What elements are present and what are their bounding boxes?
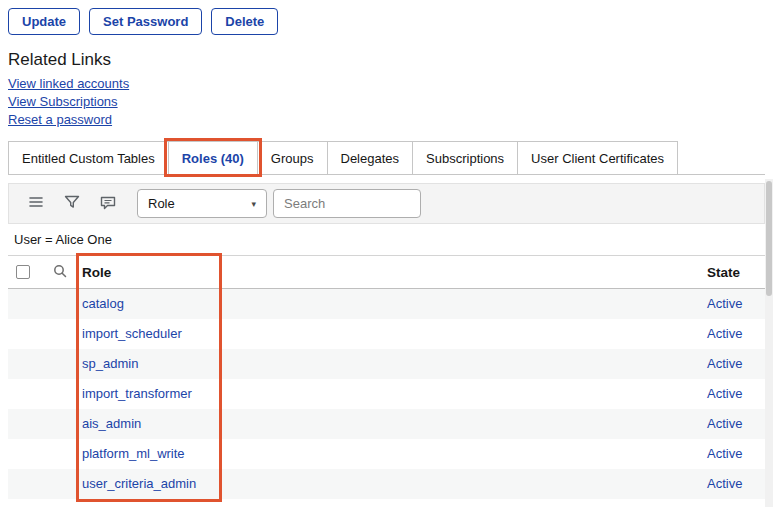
search-icon[interactable] — [52, 267, 68, 282]
servicenow-user-record-page: Update Set Password Delete Related Links… — [0, 0, 773, 507]
role-link[interactable]: ais_admin — [82, 416, 141, 431]
delete-button[interactable]: Delete — [211, 8, 278, 35]
table-row: user_criteria_admin Active — [8, 469, 765, 499]
state-value: Active — [707, 446, 742, 461]
role-link[interactable]: catalog — [82, 296, 124, 311]
tab[interactable]: Roles (40) — [168, 141, 258, 174]
tab[interactable]: Groups — [257, 141, 328, 174]
tab[interactable]: Entitled Custom Tables — [8, 141, 169, 174]
menu-icon — [27, 193, 45, 214]
column-header-state[interactable]: State — [699, 256, 765, 289]
state-value: Active — [707, 326, 742, 341]
state-value: Active — [707, 356, 742, 371]
table-row: sp_admin Active — [8, 349, 765, 379]
update-button[interactable]: Update — [8, 8, 80, 35]
state-value: Active — [707, 476, 742, 491]
roles-list-table: Role State catalog Active import_schedul… — [8, 255, 765, 499]
column-header-role[interactable]: Role — [74, 256, 699, 289]
chat-icon — [99, 193, 117, 214]
list-tabs: Entitled Custom Tables Roles (40) Groups… — [8, 141, 765, 175]
state-value: Active — [707, 386, 742, 401]
chat-button[interactable] — [93, 189, 123, 219]
search-field-value: Role — [148, 196, 175, 211]
related-links-list: View linked accounts View Subscriptions … — [8, 76, 773, 127]
table-header-row: Role State — [8, 256, 765, 289]
search-input[interactable] — [273, 189, 421, 218]
scrollbar-thumb[interactable] — [766, 181, 772, 296]
record-action-bar: Update Set Password Delete — [0, 0, 773, 35]
role-link[interactable]: platform_ml_write — [82, 446, 185, 461]
filter-icon — [63, 193, 81, 214]
role-link[interactable]: import_transformer — [82, 386, 192, 401]
table-row: catalog Active — [8, 289, 765, 319]
table-row: import_scheduler Active — [8, 319, 765, 349]
role-link[interactable]: user_criteria_admin — [82, 476, 196, 491]
list-controls-button[interactable] — [21, 189, 51, 219]
breadcrumb[interactable]: User = Alice One — [0, 224, 773, 255]
related-links-heading: Related Links — [8, 50, 773, 70]
related-link[interactable]: View Subscriptions — [8, 94, 118, 109]
table-row: import_transformer Active — [8, 379, 765, 409]
search-field-dropdown[interactable]: Role ▾ — [137, 189, 267, 218]
set-password-button[interactable]: Set Password — [89, 8, 202, 35]
tab[interactable]: Delegates — [327, 141, 414, 174]
state-value: Active — [707, 296, 742, 311]
tab[interactable]: Subscriptions — [412, 141, 518, 174]
chevron-down-icon: ▾ — [251, 199, 256, 209]
role-link[interactable]: sp_admin — [82, 356, 138, 371]
state-value: Active — [707, 416, 742, 431]
related-link[interactable]: Reset a password — [8, 112, 112, 127]
table-row: ais_admin Active — [8, 409, 765, 439]
select-all-checkbox[interactable] — [16, 265, 30, 279]
filter-button[interactable] — [57, 189, 87, 219]
vertical-scrollbar[interactable] — [765, 179, 773, 507]
tab[interactable]: User Client Certificates — [517, 141, 678, 174]
related-link[interactable]: View linked accounts — [8, 76, 129, 91]
role-link[interactable]: import_scheduler — [82, 326, 182, 341]
table-row: platform_ml_write Active — [8, 439, 765, 469]
list-toolbar: Role ▾ — [8, 183, 765, 224]
